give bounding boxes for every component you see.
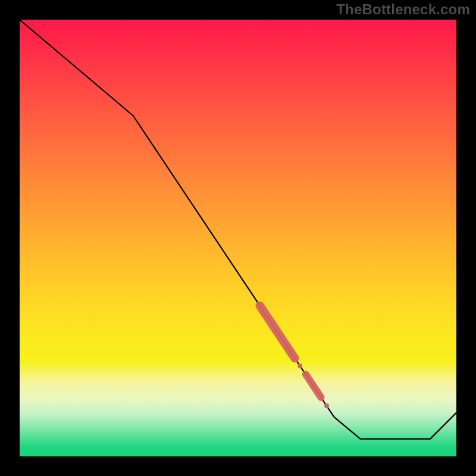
series-markers — [260, 306, 329, 408]
highlight-dot-lower — [324, 403, 329, 408]
watermark-text: TheBottleneck.com — [336, 1, 470, 18]
chart-frame: TheBottleneck.com — [0, 0, 476, 476]
chart-overlay — [20, 20, 456, 456]
highlight-dot-mid — [298, 364, 302, 368]
highlight-segment-upper — [260, 306, 295, 358]
highlight-segment-mid — [306, 374, 321, 397]
series-curve — [20, 20, 456, 439]
plot-area — [20, 20, 456, 456]
